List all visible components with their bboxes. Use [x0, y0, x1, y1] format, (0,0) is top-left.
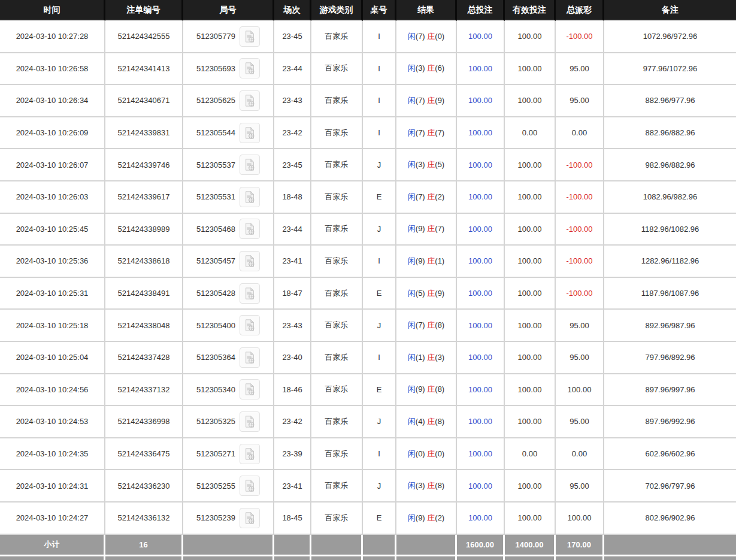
- video-replay-button[interactable]: [240, 411, 260, 432]
- cell-result: 闲(4) 庄(8): [396, 406, 457, 438]
- video-replay-button[interactable]: [240, 251, 260, 271]
- table-row: 2024-03-10 10:24:53521424336998512305325…: [0, 406, 736, 438]
- video-replay-button[interactable]: [240, 379, 260, 399]
- cell-remark: 882.96/882.96: [604, 117, 736, 150]
- round-number: 512305625: [196, 96, 235, 105]
- cell-session: 23-42: [274, 117, 311, 150]
- cell-result: 闲(7) 庄(9): [396, 85, 457, 117]
- cell-table-no: E: [363, 181, 396, 214]
- cell-result: 闲(0) 庄(0): [396, 438, 457, 471]
- video-replay-button[interactable]: [240, 315, 260, 335]
- cell-payout: -100.00: [556, 21, 604, 53]
- table-row: 2024-03-10 10:25:36521424338618512305457…: [0, 246, 736, 278]
- video-file-icon: [243, 222, 256, 235]
- round-number-wrap: 512305340: [196, 379, 260, 399]
- video-replay-button[interactable]: [240, 444, 260, 464]
- result-player-label: 闲: [408, 63, 416, 72]
- cell-session: 23-43: [274, 310, 311, 342]
- video-replay-button[interactable]: [240, 187, 260, 207]
- cell-time: 2024-03-10 10:24:53: [0, 406, 105, 438]
- table-footer: 小计161600.001400.00170.00: [0, 535, 736, 560]
- video-replay-button[interactable]: [240, 508, 260, 528]
- cell-valid-bet: 100.00: [505, 53, 556, 86]
- cell-round: 512305271: [183, 438, 274, 471]
- table-row: 2024-03-10 10:27:28521424342555512305779…: [0, 21, 736, 53]
- round-number: 512305544: [196, 128, 235, 137]
- cell-round: 512305255: [183, 470, 274, 503]
- cell-session: 23-44: [274, 53, 311, 86]
- column-header-total_bet: 总投注: [457, 0, 505, 21]
- cell-bet-id: 521424340671: [105, 85, 183, 117]
- cell-table-no: I: [363, 342, 396, 374]
- cell-time: 2024-03-10 10:25:04: [0, 342, 105, 374]
- cell-round: 512305340: [183, 374, 274, 407]
- cell-game-type: 百家乐: [311, 374, 363, 407]
- video-replay-button[interactable]: [240, 347, 260, 368]
- cell-valid-bet: 100.00: [505, 503, 556, 535]
- round-number-wrap: 512305693: [196, 58, 260, 78]
- cell-game-type: 百家乐: [311, 310, 363, 342]
- cell-remark: 1187.96/1087.96: [604, 278, 736, 310]
- round-number: 512305457: [196, 256, 235, 265]
- video-replay-button[interactable]: [240, 219, 260, 239]
- round-number-wrap: 512305325: [196, 411, 260, 432]
- result-banker-value: (9): [435, 289, 444, 298]
- result-banker-label: 庄: [427, 192, 435, 201]
- round-number-wrap: 512305428: [196, 283, 260, 304]
- result-player-value: (1): [416, 353, 425, 362]
- cell-remark: 982.96/882.96: [604, 149, 736, 181]
- column-header-bet_id: 注单编号: [105, 0, 183, 21]
- cell-valid-bet: 100.00: [505, 374, 556, 407]
- total-cell-clipped: [363, 556, 396, 560]
- cell-result: 闲(9) 庄(8): [396, 374, 457, 407]
- cell-result: 闲(7) 庄(2): [396, 181, 457, 214]
- result-banker-label: 庄: [427, 320, 435, 329]
- column-header-round: 局号: [183, 0, 274, 21]
- column-header-table_no: 桌号: [363, 0, 396, 21]
- result-player-value: (9): [416, 513, 425, 522]
- cell-total-bet: 100.00: [457, 117, 505, 150]
- round-number: 512305340: [196, 385, 235, 394]
- round-number-wrap: 512305255: [196, 476, 260, 496]
- cell-remark: 897.96/997.96: [604, 374, 736, 407]
- summary-total-bet: 1600.00: [457, 535, 505, 556]
- cell-time: 2024-03-10 10:25:45: [0, 214, 105, 246]
- video-replay-button[interactable]: [240, 90, 260, 111]
- cell-valid-bet: 100.00: [505, 181, 556, 214]
- round-number-wrap: 512305779: [196, 26, 260, 47]
- video-replay-button[interactable]: [240, 26, 260, 47]
- result-banker-label: 庄: [427, 256, 435, 265]
- cell-valid-bet: 100.00: [505, 342, 556, 374]
- column-header-session: 场次: [274, 0, 311, 21]
- video-replay-button[interactable]: [240, 123, 260, 143]
- result-banker-value: (2): [435, 513, 444, 522]
- cell-game-type: 百家乐: [311, 149, 363, 181]
- cell-session: 18-46: [274, 374, 311, 407]
- cell-total-bet: 100.00: [457, 406, 505, 438]
- result-banker-value: (3): [435, 353, 444, 362]
- result-banker-value: (8): [435, 417, 444, 426]
- cell-valid-bet: 0.00: [505, 438, 556, 471]
- round-number: 512305239: [196, 513, 235, 522]
- cell-result: 闲(9) 庄(1): [396, 246, 457, 278]
- cell-table-no: J: [363, 214, 396, 246]
- cell-total-bet: 100.00: [457, 310, 505, 342]
- result-banker-label: 庄: [427, 96, 435, 105]
- video-replay-button[interactable]: [240, 58, 260, 78]
- video-replay-button[interactable]: [240, 155, 260, 175]
- result-banker-label: 庄: [427, 224, 435, 233]
- cell-round: 512305625: [183, 85, 274, 117]
- cell-total-bet: 100.00: [457, 246, 505, 278]
- cell-remark: 797.96/892.96: [604, 342, 736, 374]
- result-player-label: 闲: [408, 353, 416, 362]
- table-row: 2024-03-10 10:24:27521424336132512305239…: [0, 503, 736, 535]
- cell-session: 23-40: [274, 342, 311, 374]
- cell-game-type: 百家乐: [311, 85, 363, 117]
- video-replay-button[interactable]: [240, 476, 260, 496]
- total-cell-clipped: [556, 556, 604, 560]
- video-replay-button[interactable]: [240, 283, 260, 304]
- result-player-value: (7): [416, 128, 425, 137]
- result-banker-value: (6): [435, 63, 444, 72]
- cell-round: 512305693: [183, 53, 274, 86]
- result-banker-label: 庄: [427, 128, 435, 137]
